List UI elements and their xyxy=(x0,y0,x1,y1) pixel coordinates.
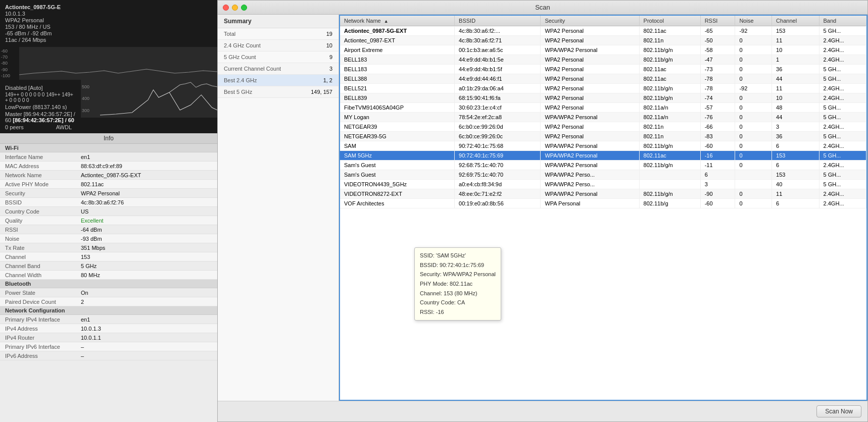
cell-channel: 36 xyxy=(772,132,819,141)
cell-noise: 0 xyxy=(735,132,772,141)
cell-band: 5 GH... xyxy=(819,74,866,84)
cell-protocol: 802.11b/g/n xyxy=(639,84,700,93)
cell-channel: 1 xyxy=(772,55,819,65)
table-row[interactable]: VOF Architectes 00:19:e0:a0:8b:56 WPA Pe… xyxy=(340,199,866,208)
table-header: Network Name ▲ BSSID Security Protocol R… xyxy=(340,16,866,26)
cell-bssid: 6c:b0:ce:99:26:0c xyxy=(455,132,541,141)
summary-value: 19 xyxy=(326,31,332,37)
cell-name: Airport Extreme xyxy=(340,45,455,55)
col-network-name[interactable]: Network Name ▲ xyxy=(340,16,455,26)
cell-channel: 11 xyxy=(772,84,819,93)
minimize-button[interactable] xyxy=(232,5,238,11)
summary-label: 2.4 GHz Count xyxy=(224,42,261,48)
cell-rssi: 3 xyxy=(700,180,735,189)
rssi-chart xyxy=(19,47,217,80)
cell-rssi: -16 xyxy=(700,151,735,161)
cell-rssi: -90 xyxy=(700,189,735,199)
cell-name: FibeTVM91406SA04GP xyxy=(340,103,455,113)
cell-protocol: 802.11b/g/n xyxy=(639,93,700,103)
table-row[interactable]: BELL839 68:15:90:41:f6:fa WPA2 Personal … xyxy=(340,93,866,103)
cell-noise: -92 xyxy=(735,84,772,93)
cell-protocol: 802.11b/g/n xyxy=(639,141,700,151)
table-row[interactable]: BELL521 a0:1b:29:da:06:a4 WPA2 Personal … xyxy=(340,84,866,93)
info-value: en1 xyxy=(81,154,90,160)
scan-content: Summary Total192.4 GHz Count105 GHz Coun… xyxy=(218,15,867,401)
peers-label: 0 peers xyxy=(5,124,24,130)
cell-security: WPA/WPA2 Perso... xyxy=(541,170,639,180)
cell-protocol: 802.11ac xyxy=(639,65,700,74)
cell-security: WPA2 Personal xyxy=(541,132,639,141)
col-bssid[interactable]: BSSID xyxy=(455,16,541,26)
chart2-label-400: 400 xyxy=(82,96,99,101)
cell-band: 2.4GH... xyxy=(819,55,866,65)
cell-rssi: -73 xyxy=(700,65,735,74)
cell-name: SAM xyxy=(340,141,455,151)
info-row: BSSID4c:8b:30:a6:f2:76 xyxy=(0,198,217,207)
table-row[interactable]: Sam's Guest 92:68:75:1c:40:70 WPA/WPA2 P… xyxy=(340,161,866,170)
cell-band: 2.4GH... xyxy=(819,122,866,132)
table-row[interactable]: Actiontec_0987-EXT 4c:8b:30:a6:f2:71 WPA… xyxy=(340,36,866,45)
table-row[interactable]: NETGEAR39 6c:b0:ce:99:26:0d WPA2 Persona… xyxy=(340,122,866,132)
col-security[interactable]: Security xyxy=(541,16,639,26)
col-rssi[interactable]: RSSI xyxy=(700,16,735,26)
cell-channel: 10 xyxy=(772,93,819,103)
info-value: 10.0.1.3 xyxy=(81,326,101,332)
table-row[interactable]: MY Logan 78:54:2e:ef:2c:a8 WPA/WPA2 Pers… xyxy=(340,113,866,122)
summary-pane: Summary Total192.4 GHz Count105 GHz Coun… xyxy=(218,15,339,401)
top-network-name: Actiontec_0987-5G-E xyxy=(5,4,212,10)
scan-now-button[interactable]: Scan Now xyxy=(816,405,861,417)
info-value: 802.11ac xyxy=(81,181,104,187)
maximize-button[interactable] xyxy=(241,5,247,11)
cell-rssi: -11 xyxy=(700,161,735,170)
info-value: -64 dBm xyxy=(81,227,102,233)
summary-label: Current Channel Count xyxy=(224,66,281,72)
cell-security: WPA2 Personal xyxy=(541,55,639,65)
cell-bssid: 78:54:2e:ef:2c:a8 xyxy=(455,113,541,122)
col-band[interactable]: Band xyxy=(819,16,866,26)
cell-noise: 0 xyxy=(735,113,772,122)
info-row: RSSI-64 dBm xyxy=(0,225,217,234)
info-label: Quality xyxy=(5,218,81,224)
cell-bssid: 92:68:75:1c:40:70 xyxy=(455,161,541,170)
cell-protocol: 802.11ac xyxy=(639,26,700,36)
cell-bssid: 44:e9:dd:44:46:f1 xyxy=(455,74,541,84)
info-value: Actiontec_0987-5G-EXT xyxy=(81,172,141,178)
table-row[interactable]: BELL183 44:e9:dd:4b:b1:5f WPA2 Personal … xyxy=(340,65,866,74)
table-row[interactable]: Actiontec_0987-5G-EXT 4c:8b:30:a6:f2:...… xyxy=(340,26,866,36)
cell-noise: 0 xyxy=(735,36,772,45)
col-protocol[interactable]: Protocol xyxy=(639,16,700,26)
table-row[interactable]: Sam's Guest 92:69:75:1c:40:70 WPA/WPA2 P… xyxy=(340,170,866,180)
cell-band: 5 GH... xyxy=(819,180,866,189)
info-label: Primary IPv6 Interface xyxy=(5,344,81,350)
cell-channel: 6 xyxy=(772,161,819,170)
table-row[interactable]: BELL388 44:e9:dd:44:46:f1 WPA2 Personal … xyxy=(340,74,866,84)
info-label: Channel Band xyxy=(5,263,81,269)
summary-value: 9 xyxy=(329,54,332,60)
cell-protocol: 802.11b/g/n xyxy=(639,45,700,55)
table-row[interactable]: NETGEAR39-5G 6c:b0:ce:99:26:0c WPA2 Pers… xyxy=(340,132,866,141)
scan-footer: Scan Now xyxy=(218,401,867,421)
info-row: IPv4 Router10.0.1.1 xyxy=(0,333,217,342)
info-row: QualityExcellent xyxy=(0,216,217,225)
cell-band: 5 GH... xyxy=(819,103,866,113)
info-value: 88:63:df:c9:ef:89 xyxy=(81,163,122,169)
table-row[interactable]: VIDEOTRON8272-EXT 48:ee:0c:71:e2:f2 WPA/… xyxy=(340,189,866,199)
info-value: 10.0.1.1 xyxy=(81,335,101,341)
close-button[interactable] xyxy=(223,5,229,11)
info-label: Noise xyxy=(5,236,81,242)
table-row[interactable]: SAM 90:72:40:1c:75:68 WPA/WPA2 Personal … xyxy=(340,141,866,151)
networks-pane[interactable]: Network Name ▲ BSSID Security Protocol R… xyxy=(339,15,867,401)
table-row[interactable]: FibeTVM91406SA04GP 30:60:23:1e:c4:cf WPA… xyxy=(340,103,866,113)
table-row[interactable]: Airport Extreme 00:1c:b3:ae:a6:5c WPA/WP… xyxy=(340,45,866,55)
table-row[interactable]: SAM 5GHz 90:72:40:1c:75:69 WPA/WPA2 Pers… xyxy=(340,151,866,161)
table-row[interactable]: BELL183 44:e9:dd:4b:b1:5e WPA2 Personal … xyxy=(340,55,866,65)
table-row[interactable]: VIDEOTRON4439_5GHz a0:e4:cb:f8:34:9d WPA… xyxy=(340,180,866,189)
cell-channel: 11 xyxy=(772,189,819,199)
col-channel[interactable]: Channel xyxy=(772,16,819,26)
cell-name: BELL183 xyxy=(340,55,455,65)
info-label: IPv4 Router xyxy=(5,335,81,341)
col-noise[interactable]: Noise xyxy=(735,16,772,26)
chart1-label-80: -80 xyxy=(1,61,18,66)
top-ip: 10.0.1.3 xyxy=(5,11,212,17)
cell-band: 5 GH... xyxy=(819,132,866,141)
